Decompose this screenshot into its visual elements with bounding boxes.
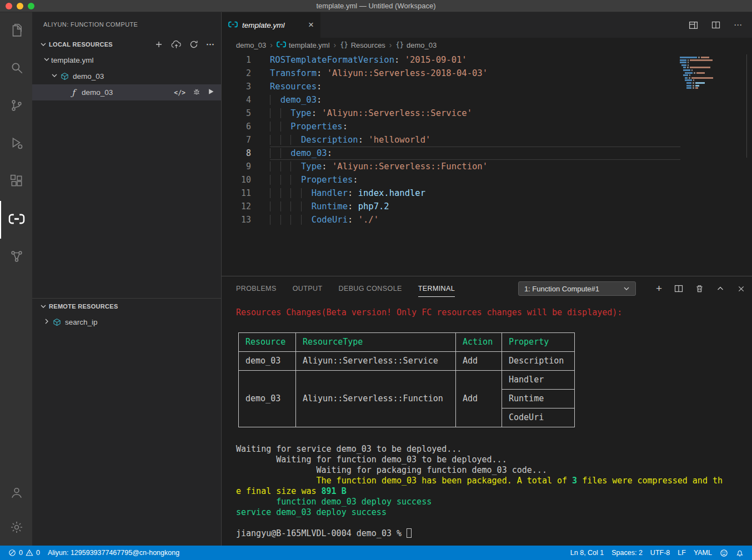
- line-number[interactable]: 13: [222, 213, 270, 226]
- line-number[interactable]: 1: [222, 53, 270, 67]
- panel-tab-debug-console[interactable]: DEBUG CONSOLE: [338, 276, 402, 301]
- activity-bar-item-aliyun-function-compute-icon[interactable]: [0, 201, 32, 239]
- code-line-8[interactable]: 8 demo_03:: [222, 147, 752, 160]
- minimap[interactable]: [680, 57, 744, 90]
- deploy-cloud-upload-button[interactable]: [171, 40, 182, 49]
- encoding-status[interactable]: UTF-8: [646, 546, 674, 560]
- line-number[interactable]: 9: [222, 160, 270, 173]
- run-play-icon[interactable]: [208, 88, 214, 97]
- code-line-7[interactable]: 7 Description: 'helloworld': [222, 133, 752, 147]
- activity-bar-item-extensions-icon[interactable]: [0, 163, 32, 201]
- code-line-2[interactable]: 2Transform: 'Aliyun::Serverless-2018-04-…: [222, 67, 752, 80]
- terminal-picker-dropdown[interactable]: 1: Function Compute#1: [518, 281, 636, 296]
- activity-bar-item-account-icon[interactable]: [0, 477, 32, 511]
- code-line-12[interactable]: 12 Runtime: php7.2: [222, 200, 752, 213]
- close-tab-icon[interactable]: ×: [308, 21, 314, 29]
- activity-bar-item-source-control-icon[interactable]: [0, 88, 32, 125]
- aliyun-account-label: Aliyun: 1295939377467795@cn-hongkong: [48, 549, 179, 557]
- editor-more-actions-icon[interactable]: ⋯: [734, 22, 742, 28]
- resource-changes-table: ResourceResourceTypeActionProperty demo_…: [238, 332, 575, 427]
- maximize-panel-chevron-icon[interactable]: [716, 284, 725, 293]
- breadcrumb-item-demo_03[interactable]: demo_03: [236, 41, 266, 49]
- new-terminal-button[interactable]: +: [656, 285, 662, 292]
- line-number[interactable]: 8: [222, 147, 270, 160]
- code-line-5[interactable]: 5 Type: 'Aliyun::Serverless::Service': [222, 107, 752, 120]
- customize-layout-icon[interactable]: [689, 21, 698, 30]
- feedback-smiley-icon[interactable]: [716, 546, 732, 560]
- problems-status[interactable]: 0 0: [4, 546, 44, 560]
- terminal-log-line: The function demo_03 has been packaged. …: [236, 476, 741, 486]
- sidebar-aliyun-function-compute: ALIYUN: FUNCTION COMPUTE LOCAL RESOURCES…: [32, 12, 222, 546]
- bell-icon: [736, 549, 744, 557]
- code-line-10[interactable]: 10 Properties:: [222, 173, 752, 186]
- chevron-down-icon: [50, 71, 59, 82]
- panel-tab-problems[interactable]: PROBLEMS: [236, 276, 277, 301]
- code-line-6[interactable]: 6 Properties:: [222, 120, 752, 133]
- code-line-1[interactable]: 1ROSTemplateFormatVersion: '2015-09-01': [222, 53, 752, 67]
- line-number[interactable]: 12: [222, 200, 270, 213]
- breadcrumb-item-demo_03[interactable]: {}demo_03: [396, 41, 437, 49]
- code-line-13[interactable]: 13 CodeUri: './': [222, 213, 752, 226]
- cursor-position-status[interactable]: Ln 8, Col 1: [566, 546, 608, 560]
- eol-status[interactable]: LF: [674, 546, 690, 560]
- tab-template-yml[interactable]: template.yml ×: [222, 12, 320, 38]
- breadcrumb-item-template.yml[interactable]: template.yml: [277, 41, 330, 49]
- language-mode-status[interactable]: YAML: [690, 546, 716, 560]
- activity-bar-item-serverless-devs-icon[interactable]: [0, 239, 32, 276]
- terminal-log-line: [236, 518, 741, 528]
- code-line-4[interactable]: 4 demo_03:: [222, 93, 752, 107]
- close-panel-icon[interactable]: [737, 285, 745, 293]
- serverless-devs-icon: [9, 249, 24, 266]
- warning-count: 0: [36, 549, 40, 557]
- split-editor-icon[interactable]: [711, 21, 720, 29]
- line-number[interactable]: 5: [222, 107, 270, 120]
- line-number[interactable]: 10: [222, 173, 270, 186]
- breadcrumb-item-Resources[interactable]: {}Resources: [340, 41, 385, 49]
- tree-item-demo_03[interactable]: demo_03: [32, 68, 221, 84]
- code-editor[interactable]: 1ROSTemplateFormatVersion: '2015-09-01'2…: [222, 52, 752, 276]
- line-number[interactable]: 11: [222, 186, 270, 200]
- close-window-button[interactable]: [6, 3, 12, 9]
- status-bar: 0 0 Aliyun: 1295939377467795@cn-hongkong…: [0, 546, 752, 560]
- split-terminal-icon[interactable]: [674, 284, 683, 293]
- notifications-bell-icon[interactable]: [732, 546, 748, 560]
- source-control-icon: [9, 98, 24, 115]
- table-cell: Handler: [502, 371, 575, 390]
- minimize-window-button[interactable]: [17, 3, 23, 9]
- indentation-status[interactable]: Spaces: 2: [608, 546, 646, 560]
- add-resource-button[interactable]: [154, 40, 163, 49]
- activity-bar-item-explorer-icon[interactable]: [0, 12, 32, 50]
- line-number[interactable]: 6: [222, 120, 270, 133]
- tree-item-template.yml[interactable]: template.yml: [32, 52, 221, 68]
- activity-bar-item-settings-gear-icon[interactable]: [0, 511, 32, 546]
- code-line-9[interactable]: 9 Type: 'Aliyun::Serverless::Function': [222, 160, 752, 173]
- line-number[interactable]: 2: [222, 67, 270, 80]
- terminal-output[interactable]: Resources Changes(Beta version! Only FC …: [222, 301, 752, 546]
- panel-tab-terminal[interactable]: TERMINAL: [418, 276, 455, 301]
- kill-terminal-trash-icon[interactable]: [695, 284, 704, 293]
- line-number[interactable]: 3: [222, 80, 270, 93]
- more-actions-icon[interactable]: ⋯: [206, 42, 214, 47]
- aliyun-account-status[interactable]: Aliyun: 1295939377467795@cn-hongkong: [44, 546, 183, 560]
- code-line-11[interactable]: 11 Handler: index.handler: [222, 186, 752, 200]
- table-row: demo_03Aliyun::Serverless::FunctionAddHa…: [239, 371, 575, 390]
- terminal-prompt[interactable]: jiangyu@B-165MLVDL-0004 demo_03 %: [236, 528, 741, 539]
- remote-resources-label: REMOTE RESOURCES: [49, 303, 118, 310]
- zoom-window-button[interactable]: [28, 3, 34, 9]
- debug-bug-icon[interactable]: [193, 88, 200, 97]
- panel-tab-output[interactable]: OUTPUT: [293, 276, 323, 301]
- remote-resources-header[interactable]: REMOTE RESOURCES: [32, 299, 221, 314]
- tree-item-label: template.yml: [51, 56, 94, 64]
- code-line-3[interactable]: 3Resources:: [222, 80, 752, 93]
- line-number[interactable]: 4: [222, 93, 270, 107]
- terminal-log-line: Waiting for function demo_03 to be deplo…: [236, 455, 741, 465]
- local-resources-header[interactable]: LOCAL RESOURCES ⋯: [32, 37, 221, 52]
- refresh-button[interactable]: [189, 40, 198, 49]
- activity-bar-item-run-and-debug-icon[interactable]: [0, 125, 32, 163]
- open-code-icon[interactable]: </>: [174, 89, 186, 97]
- line-number[interactable]: 7: [222, 133, 270, 147]
- run-and-debug-icon: [9, 136, 24, 153]
- activity-bar-item-search-icon[interactable]: [0, 50, 32, 88]
- tree-item-demo_03[interactable]: ƒdemo_03</>: [32, 84, 221, 100]
- tree-item-search_ip[interactable]: search_ip: [32, 314, 221, 330]
